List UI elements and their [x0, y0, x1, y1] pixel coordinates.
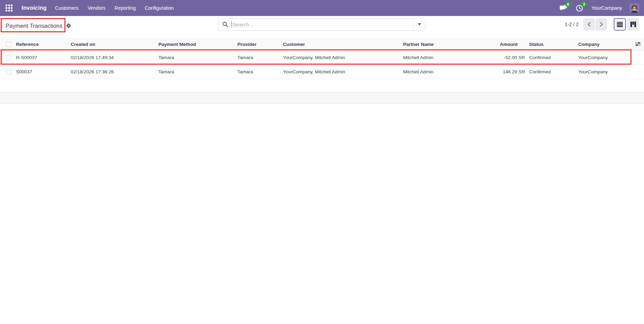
- apps-grid-icon[interactable]: [5, 4, 13, 12]
- cell-partner-name: Mitchell Admin: [401, 50, 498, 65]
- column-header-status[interactable]: Status: [527, 39, 576, 50]
- page-title: Payment Transactions: [6, 23, 62, 29]
- list-footer-band: [0, 92, 644, 104]
- search-bar: [218, 18, 425, 31]
- menu-vendors[interactable]: Vendors: [88, 5, 105, 11]
- control-panel: Payment Transactions: [0, 16, 644, 38]
- cell-reference: R-S00037: [14, 50, 69, 65]
- select-all-checkbox[interactable]: [6, 42, 11, 47]
- column-header-provider[interactable]: Provider: [235, 39, 281, 50]
- list-view-button[interactable]: [614, 18, 626, 31]
- cell-partner-name: Mitchell Admin: [401, 65, 498, 79]
- main-menu: Customers Vendors Reporting Configuratio…: [55, 5, 174, 11]
- cell-provider: Tamara: [235, 50, 281, 65]
- menu-customers[interactable]: Customers: [55, 5, 79, 11]
- app-menu-invoicing[interactable]: Invoicing: [22, 5, 47, 11]
- cell-status: Confirmed: [527, 65, 576, 79]
- column-header-reference[interactable]: Reference: [14, 39, 69, 50]
- column-header-partner-name[interactable]: Partner Name: [401, 39, 498, 50]
- top-navbar: Invoicing Customers Vendors Reporting Co…: [0, 0, 644, 16]
- cell-company: YourCompany: [576, 65, 633, 79]
- activities-button[interactable]: 3: [575, 4, 584, 12]
- next-page-button[interactable]: [596, 18, 607, 31]
- search-icon: [222, 22, 228, 27]
- column-header-amount[interactable]: Amount: [498, 39, 527, 50]
- column-header-payment-method[interactable]: Payment Method: [156, 39, 235, 50]
- chevron-left-icon: [588, 22, 591, 27]
- table-row[interactable]: S00037 02/18/2026 17:36:26 Tamara Tamara…: [0, 65, 644, 79]
- cell-customer: YourCompany, Mitchell Admin: [281, 50, 401, 65]
- column-header-company[interactable]: Company: [576, 39, 633, 50]
- chevron-right-icon: [600, 22, 603, 27]
- cell-payment-method: Tamara: [156, 65, 235, 79]
- cell-amount: -52.00 SR: [498, 50, 527, 65]
- cell-created-on: 02/18/2026 17:36:26: [69, 65, 156, 79]
- cell-created-on: 02/18/2026 17:49:34: [69, 50, 156, 65]
- kanban-view-button[interactable]: [627, 18, 639, 31]
- column-header-created-on[interactable]: Created on: [69, 39, 156, 50]
- column-header-customer[interactable]: Customer: [281, 39, 401, 50]
- cell-reference: S00037: [14, 65, 69, 79]
- previous-page-button[interactable]: [583, 18, 595, 31]
- cell-provider: Tamara: [235, 65, 281, 79]
- avatar-image: [630, 3, 639, 13]
- row-checkbox[interactable]: [6, 55, 11, 60]
- cell-customer: YourCompany, Mitchell Admin: [281, 65, 401, 79]
- cell-status: Confirmed: [527, 50, 576, 65]
- view-switcher: [614, 18, 639, 31]
- row-select-cell: [0, 65, 14, 79]
- search-input[interactable]: [232, 22, 413, 27]
- avatar[interactable]: [630, 3, 639, 13]
- select-all-cell: [0, 39, 14, 50]
- chevron-down-icon: [418, 23, 421, 25]
- cell-company: YourCompany: [576, 50, 633, 65]
- menu-reporting[interactable]: Reporting: [115, 5, 136, 11]
- table-row[interactable]: R-S00037 02/18/2026 17:49:34 Tamara Tama…: [0, 50, 644, 65]
- cell-amount: 146.29 SR: [498, 65, 527, 79]
- messages-badge: 6: [565, 1, 571, 7]
- company-switcher[interactable]: YourCompany: [591, 5, 622, 11]
- row-checkbox[interactable]: [6, 69, 11, 74]
- activities-badge: 3: [581, 1, 587, 7]
- messages-button[interactable]: 6: [559, 4, 568, 12]
- optional-columns-cell: [633, 39, 644, 50]
- pager-value[interactable]: 1-2 / 2: [565, 22, 579, 27]
- row-select-cell: [0, 50, 14, 65]
- gear-icon[interactable]: [66, 23, 71, 28]
- apps-grid-glyph: [6, 5, 13, 11]
- payment-transactions-table: Reference Created on Payment Method Prov…: [0, 38, 644, 79]
- list-view-icon: [617, 22, 623, 27]
- kanban-view-icon: [630, 22, 636, 27]
- table-header-row: Reference Created on Payment Method Prov…: [0, 39, 644, 50]
- search-dropdown-toggle[interactable]: [413, 18, 425, 30]
- cell-payment-method: Tamara: [156, 50, 235, 65]
- menu-configuration[interactable]: Configuration: [145, 5, 174, 11]
- optional-columns-icon[interactable]: [635, 42, 641, 46]
